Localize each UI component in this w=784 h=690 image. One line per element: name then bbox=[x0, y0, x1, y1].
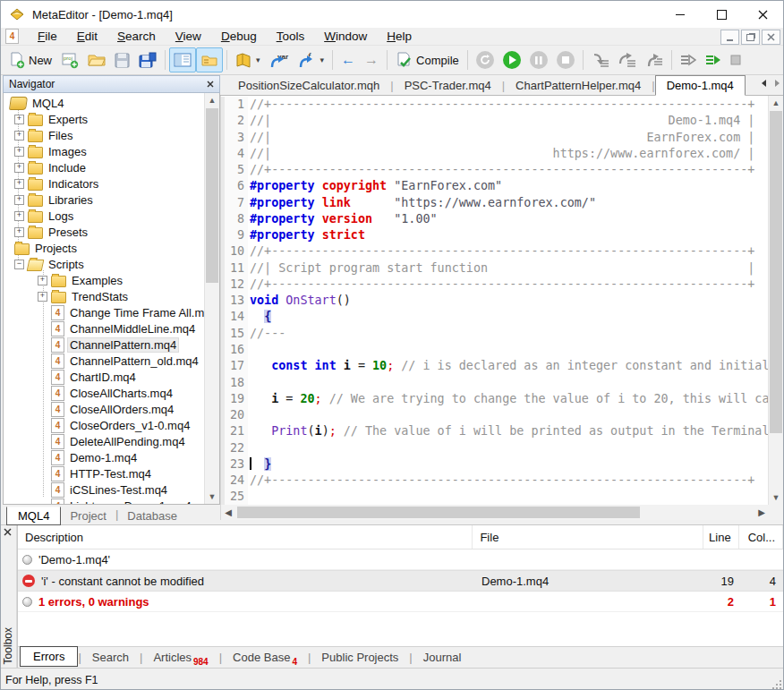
navigator-tab-mql4[interactable]: MQL4 bbox=[6, 507, 61, 525]
tree-item-channelmiddleline-mq4[interactable]: 4ChannelMiddleLine.mq4 bbox=[4, 320, 204, 336]
scroll-up-icon[interactable]: ▲ bbox=[769, 96, 783, 110]
tree-item-deleteallpending-mq4[interactable]: 4DeleteAllPending.mq4 bbox=[4, 433, 204, 449]
tree-item-experts[interactable]: +Experts bbox=[4, 111, 204, 127]
profiler-resume-button[interactable] bbox=[701, 47, 726, 72]
editor-vertical-scrollbar[interactable]: ▲ ▼ bbox=[768, 96, 783, 505]
profiler-start-button[interactable] bbox=[676, 47, 701, 72]
navigate-back-button[interactable]: ← bbox=[337, 47, 360, 72]
navigator-tab-project[interactable]: Project bbox=[61, 507, 115, 524]
toolbox-close-icon[interactable] bbox=[4, 528, 12, 536]
editor-tab-chartpatternhelper-mq4[interactable]: ChartPatternHelper.mq4 bbox=[505, 76, 652, 95]
editor-horizontal-scrollbar[interactable]: ◀ ▶ bbox=[220, 505, 783, 520]
new-project-button[interactable]: proj bbox=[56, 47, 83, 72]
column-line[interactable]: Line bbox=[703, 525, 739, 549]
step-into-button[interactable] bbox=[587, 47, 614, 72]
tab-scroll-left-icon[interactable] bbox=[762, 80, 766, 87]
toolbox-tab-errors[interactable]: Errors bbox=[20, 646, 78, 667]
close-button[interactable] bbox=[742, 1, 783, 28]
tree-expander-icon[interactable]: + bbox=[14, 227, 24, 237]
start-debug-button[interactable] bbox=[499, 47, 525, 72]
tree-item-indicators[interactable]: +Indicators bbox=[4, 175, 204, 192]
open-button[interactable] bbox=[83, 47, 110, 72]
tree-item-mql4[interactable]: MQL4 bbox=[4, 95, 204, 111]
menu-window[interactable]: Window bbox=[314, 29, 377, 44]
navigator-close-icon[interactable] bbox=[207, 81, 214, 88]
tree-item-scripts[interactable]: −Scripts bbox=[4, 256, 204, 272]
toolbox-tab-public-projects[interactable]: Public Projects bbox=[311, 649, 409, 666]
tree-item-change-time-frame-all-mq4[interactable]: 4Change Time Frame All.mq4 bbox=[4, 304, 204, 320]
jump-to-func-button[interactable]: f ▾ bbox=[294, 47, 329, 72]
tree-item-files[interactable]: +Files bbox=[4, 127, 204, 143]
error-row[interactable]: 'Demo-1.mq4' bbox=[18, 549, 783, 570]
tree-expander-icon[interactable]: + bbox=[38, 276, 47, 285]
step-over-button[interactable] bbox=[614, 47, 641, 72]
navigate-forward-button[interactable]: → bbox=[360, 47, 383, 72]
menu-edit[interactable]: Edit bbox=[67, 29, 107, 44]
tree-expander-icon[interactable]: + bbox=[14, 147, 24, 157]
layout-navigator-toggle[interactable] bbox=[196, 47, 223, 72]
navigator-scrollbar[interactable]: ▲ ▼ bbox=[204, 93, 219, 504]
resize-grip-icon[interactable] bbox=[771, 678, 782, 690]
tree-expander-icon[interactable]: + bbox=[14, 179, 24, 189]
column-col[interactable]: Col... bbox=[739, 525, 783, 549]
styler-button[interactable]: ▾ bbox=[231, 47, 265, 72]
scrollbar-thumb[interactable] bbox=[770, 111, 782, 433]
mdi-minimize-button[interactable] bbox=[720, 30, 739, 45]
restart-debug-button[interactable] bbox=[472, 47, 499, 72]
navigator-tab-database[interactable]: Database bbox=[118, 507, 186, 524]
tree-expander-icon[interactable]: + bbox=[14, 115, 24, 124]
tree-item-lightouse-demo-1-mq4[interactable]: 4Lightouse-Demo-1.mq4 bbox=[4, 498, 204, 505]
tree-item-images[interactable]: +Images bbox=[4, 143, 204, 159]
toolbox-tab-articles[interactable]: Articles984 bbox=[142, 649, 218, 666]
tree-expander-icon[interactable]: + bbox=[14, 211, 24, 221]
menu-tools[interactable]: Tools bbox=[267, 29, 315, 44]
tree-expander-icon[interactable]: + bbox=[14, 195, 24, 205]
scrollbar-thumb[interactable] bbox=[237, 507, 640, 518]
scroll-down-icon[interactable]: ▼ bbox=[205, 490, 219, 504]
editor-tab-demo-1-mq4[interactable]: Demo-1.mq4 bbox=[655, 75, 746, 96]
error-row[interactable]: 'i' - constant cannot be modifiedDemo-1.… bbox=[18, 570, 783, 592]
column-description[interactable]: Description bbox=[18, 525, 473, 549]
pause-debug-button[interactable] bbox=[525, 47, 552, 72]
tree-expander-icon[interactable]: + bbox=[14, 131, 24, 141]
code-editor[interactable]: 1//+------------------------------------… bbox=[220, 96, 783, 505]
profiler-stop-button[interactable] bbox=[726, 47, 746, 72]
scroll-right-icon[interactable]: ▶ bbox=[754, 507, 769, 517]
menu-view[interactable]: View bbox=[166, 29, 211, 44]
tree-item-trendstats[interactable]: +TrendStats bbox=[4, 288, 204, 304]
tree-item-presets[interactable]: +Presets bbox=[4, 224, 204, 240]
scroll-up-icon[interactable]: ▲ bbox=[205, 93, 219, 107]
tree-expander-icon[interactable]: − bbox=[14, 260, 24, 269]
editor-tab-psc-trader-mq4[interactable]: PSC-Trader.mq4 bbox=[394, 76, 502, 95]
tab-scroll-right-icon[interactable] bbox=[775, 80, 780, 87]
tree-item-libraries[interactable]: +Libraries bbox=[4, 192, 204, 208]
toolbox-tab-code-base[interactable]: Code Base4 bbox=[222, 649, 308, 666]
tree-item-closeallcharts-mq4[interactable]: 4CloseAllCharts.mq4 bbox=[4, 385, 204, 401]
mdi-restore-button[interactable] bbox=[741, 30, 760, 45]
save-button[interactable] bbox=[110, 47, 134, 72]
toolbox-tab-journal[interactable]: Journal bbox=[413, 649, 473, 666]
tree-item-channelpattern-mq4[interactable]: 4ChannelPattern.mq4 bbox=[4, 336, 204, 353]
tree-item-closeallorders-mq4[interactable]: 4CloseAllOrders.mq4 bbox=[4, 401, 204, 417]
scroll-down-icon[interactable]: ▼ bbox=[769, 490, 783, 505]
editor-tab-positionsizecalculator-mqh[interactable]: PositionSizeCalculator.mqh bbox=[227, 76, 390, 95]
menu-debug[interactable]: Debug bbox=[211, 29, 267, 44]
tree-item-projects[interactable]: Projects bbox=[4, 240, 204, 256]
tree-expander-icon[interactable]: + bbox=[14, 163, 24, 173]
scrollbar-thumb[interactable] bbox=[206, 108, 218, 283]
jump-to-var-button[interactable]: var bbox=[265, 47, 294, 72]
tree-item-demo-1-mq4[interactable]: 4Demo-1.mq4 bbox=[4, 449, 204, 465]
toolbox-tab-search[interactable]: Search bbox=[81, 649, 140, 666]
mdi-close-button[interactable] bbox=[762, 30, 780, 45]
tree-item-examples[interactable]: +Examples bbox=[4, 272, 204, 288]
column-file[interactable]: File bbox=[473, 525, 703, 549]
layout-editor-toggle[interactable] bbox=[169, 47, 196, 72]
tree-item-chartid-mq4[interactable]: 4ChartID.mq4 bbox=[4, 369, 204, 385]
compile-button[interactable]: Compile bbox=[391, 47, 464, 72]
stop-debug-button[interactable] bbox=[552, 47, 579, 72]
scroll-left-icon[interactable]: ◀ bbox=[221, 507, 235, 517]
step-out-button[interactable] bbox=[641, 47, 668, 72]
error-row[interactable]: 1 errors, 0 warnings21 bbox=[18, 592, 783, 612]
menu-search[interactable]: Search bbox=[107, 29, 166, 44]
save-all-button[interactable] bbox=[134, 47, 161, 72]
